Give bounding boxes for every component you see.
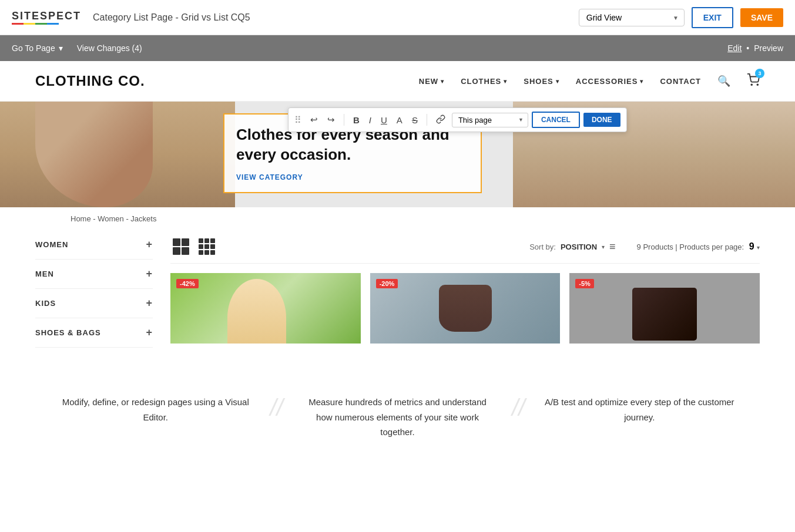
toolbar-divider <box>344 114 344 126</box>
marketing-footer: Modify, define, or redesign pages using … <box>0 365 795 469</box>
chevron-down-icon: ▾ <box>556 78 559 85</box>
search-icon[interactable]: 🔍 <box>717 75 730 87</box>
nav-new-label: NEW <box>419 77 438 86</box>
hero-left-image <box>0 102 235 207</box>
save-button[interactable]: SAVE <box>740 8 783 27</box>
cancel-button[interactable]: CANCEL <box>532 112 580 128</box>
grid-controls: Sort by: POSITION ▾ ≡ 9 Products | Produ… <box>170 230 760 264</box>
top-bar-left: SITESPECT Category List Page - Grid vs L… <box>12 10 250 25</box>
toolbar-divider-2 <box>427 114 427 126</box>
nav-shoes-label: SHOES <box>524 77 554 86</box>
logo-box: SITESPECT <box>12 10 81 25</box>
redo-button[interactable]: ↪ <box>324 113 338 127</box>
grid-icon-group <box>170 236 217 257</box>
cart-icon[interactable]: 3 <box>747 73 760 89</box>
site-logo: CLOTHING CO. <box>35 73 145 89</box>
chevron-down-icon: ▾ <box>59 43 63 53</box>
secondary-bar-right: Edit • Preview <box>727 43 783 53</box>
italic-button[interactable]: I <box>366 113 374 127</box>
chevron-down-icon: ▾ <box>441 78 444 85</box>
top-bar-right: Grid View List View EXIT SAVE <box>579 7 783 28</box>
sidebar-shoes-bags-plus-icon[interactable]: + <box>146 326 153 339</box>
category-sidebar: WOMEN + MEN + KIDS + SHOES & BAGS + <box>35 230 153 348</box>
exit-button[interactable]: EXIT <box>692 7 733 28</box>
undo-button[interactable]: ↩ <box>307 113 321 127</box>
secondary-bar-left: Go To Page ▾ View Changes (4) <box>12 43 142 53</box>
marketing-divider-2: // <box>506 395 531 421</box>
product-card-2: -20% <box>370 273 561 344</box>
slash-icon-1: // <box>270 395 283 421</box>
breadcrumb: Home - Women - Jackets <box>0 207 795 230</box>
preview-link[interactable]: Preview <box>754 43 783 53</box>
product-image-3 <box>569 273 760 344</box>
product-image-1 <box>170 273 361 344</box>
sidebar-kids-plus-icon[interactable]: + <box>146 297 153 309</box>
sidebar-men-plus-icon[interactable]: + <box>146 268 153 280</box>
products-row: -42% -20% -5% <box>170 273 760 344</box>
dot-separator: • <box>746 43 749 53</box>
nav-item-clothes[interactable]: CLOTHES ▾ <box>461 77 507 86</box>
view-changes[interactable]: View Changes (4) <box>77 43 142 53</box>
marketing-item-2: Measure hundreds of metrics and understa… <box>289 395 506 440</box>
nav-item-accessories[interactable]: ACCESSORIES ▾ <box>576 77 644 86</box>
sort-area: Sort by: POSITION ▾ ≡ <box>529 241 615 253</box>
drag-handle-icon[interactable]: ⠿ <box>294 115 301 126</box>
chevron-down-icon: ▾ <box>640 78 643 85</box>
product-image-2 <box>370 273 561 344</box>
top-bar: SITESPECT Category List Page - Grid vs L… <box>0 0 795 35</box>
view-select-wrapper[interactable]: Grid View List View <box>579 9 685 26</box>
page-title: Category List Page - Grid vs List CQ5 <box>93 12 250 23</box>
site-nav: CLOTHING CO. NEW ▾ CLOTHES ▾ SHOES ▾ ACC… <box>0 61 795 102</box>
done-button[interactable]: DONE <box>583 113 620 127</box>
cart-badge: 3 <box>755 69 764 78</box>
slash-icon-2: // <box>512 395 525 421</box>
strikethrough-button[interactable]: S <box>409 113 421 127</box>
view-select[interactable]: Grid View List View <box>579 9 685 26</box>
product-card-1: -42% <box>170 273 361 344</box>
bold-button[interactable]: B <box>350 113 363 127</box>
sidebar-women-label: WOMEN <box>35 240 68 249</box>
marketing-item-1: Modify, define, or redesign pages using … <box>47 395 264 425</box>
marketing-item-3: A/B test and optimize every step of the … <box>531 395 749 425</box>
marketing-divider-1: // <box>264 395 289 421</box>
link-button[interactable] <box>433 113 448 127</box>
sidebar-item-men[interactable]: MEN + <box>35 260 153 289</box>
underline-button[interactable]: U <box>378 113 390 127</box>
nav-accessories-label: ACCESSORIES <box>576 77 638 86</box>
product-area: Sort by: POSITION ▾ ≡ 9 Products | Produ… <box>170 230 760 348</box>
product-badge-2: -20% <box>376 279 398 288</box>
nav-clothes-label: CLOTHES <box>461 77 501 86</box>
sidebar-item-kids[interactable]: KIDS + <box>35 289 153 318</box>
products-count-area: 9 Products | Products per page: 9 ▾ <box>637 241 760 252</box>
hero-banner: ⠿ ↩ ↪ B I U A S This page Custom URL Ema… <box>0 102 795 207</box>
nav-item-contact[interactable]: CONTACT <box>660 77 701 86</box>
product-badge-1: -42% <box>176 279 199 288</box>
sidebar-men-label: MEN <box>35 270 54 278</box>
sidebar-item-women[interactable]: WOMEN + <box>35 230 153 260</box>
nav-item-new[interactable]: NEW ▾ <box>419 77 444 86</box>
logo-site: SITE <box>12 10 40 22</box>
nav-item-shoes[interactable]: SHOES ▾ <box>524 77 559 86</box>
grid-4-icon[interactable] <box>170 236 192 257</box>
edit-link[interactable]: Edit <box>727 43 742 53</box>
sort-value: POSITION <box>561 243 597 251</box>
per-page-num: 9 <box>749 241 754 251</box>
logo-spect: SPECT <box>40 10 81 22</box>
link-target-select-wrapper[interactable]: This page Custom URL Email <box>452 113 528 127</box>
floating-toolbar: ⠿ ↩ ↪ B I U A S This page Custom URL Ema… <box>288 107 627 132</box>
sidebar-item-shoes-bags[interactable]: SHOES & BAGS + <box>35 318 153 348</box>
per-page-chevron-icon: ▾ <box>757 244 760 251</box>
font-color-button[interactable]: A <box>394 113 405 127</box>
go-to-page[interactable]: Go To Page ▾ <box>12 43 63 53</box>
sidebar-women-plus-icon[interactable]: + <box>146 238 153 251</box>
site-nav-links: NEW ▾ CLOTHES ▾ SHOES ▾ ACCESSORIES ▾ CO… <box>419 73 760 89</box>
view-category-link[interactable]: VIEW CATEGORY <box>236 173 469 181</box>
category-page: WOMEN + MEN + KIDS + SHOES & BAGS + <box>0 230 795 348</box>
go-to-page-label: Go To Page <box>12 43 55 53</box>
sort-order-icon[interactable]: ≡ <box>609 241 616 253</box>
grid-9-icon[interactable] <box>196 236 217 257</box>
link-target-select[interactable]: This page Custom URL Email <box>452 113 528 127</box>
secondary-bar: Go To Page ▾ View Changes (4) Edit • Pre… <box>0 35 795 61</box>
website-frame: CLOTHING CO. NEW ▾ CLOTHES ▾ SHOES ▾ ACC… <box>0 61 795 348</box>
svg-point-0 <box>751 84 752 85</box>
